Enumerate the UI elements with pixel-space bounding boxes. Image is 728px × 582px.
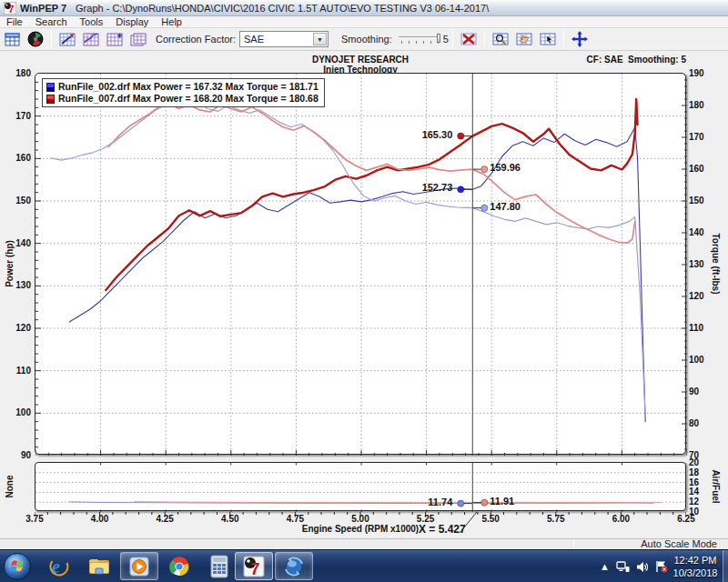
power-tick-label: 110 bbox=[7, 366, 31, 376]
clock-date: 10/3/2018 bbox=[670, 567, 721, 579]
af-tick-label: 20 bbox=[689, 457, 709, 467]
menu-bar: File Search Tools Display Help bbox=[0, 16, 728, 28]
graph-multi-icon[interactable] bbox=[127, 30, 149, 49]
af-tick-label: 12 bbox=[689, 497, 709, 507]
torque-tick-label: 170 bbox=[689, 132, 709, 142]
rpm-tick-label: 3.75 bbox=[21, 514, 48, 524]
legend-box: RunFile_002.drf Max Power = 167.32 Max T… bbox=[42, 78, 325, 107]
taskbar-explorer-icon[interactable] bbox=[80, 552, 118, 580]
tray-expand-icon[interactable]: ▲ bbox=[600, 562, 610, 572]
system-tray: ▲ bbox=[600, 550, 668, 582]
smoothing-value: 5 bbox=[443, 34, 449, 45]
zoom-graph-icon[interactable] bbox=[490, 30, 511, 49]
chevron-down-icon[interactable]: ▼ bbox=[313, 33, 327, 45]
cursor-value-label: 11.74 bbox=[399, 497, 452, 507]
legend-swatch-run002 bbox=[46, 83, 55, 92]
af-tick-label: 16 bbox=[689, 477, 709, 487]
correction-factor-label: Correction Factor: bbox=[156, 34, 236, 45]
legend-text-run002: RunFile_002.drf Max Power = 167.32 Max T… bbox=[58, 81, 318, 93]
taskbar-clock[interactable]: 12:42 PM 10/3/2018 bbox=[670, 554, 721, 579]
torque-tick-label: 190 bbox=[689, 68, 709, 78]
scale-mode-status: Auto Scale Mode bbox=[641, 538, 717, 549]
runlist-grid-icon[interactable] bbox=[1, 30, 23, 49]
power-tick-label: 170 bbox=[7, 111, 31, 121]
select-graph-icon[interactable] bbox=[537, 30, 559, 49]
torque-tick-label: 160 bbox=[689, 164, 709, 174]
toolbar-separator bbox=[484, 30, 485, 48]
action-center-flag-icon[interactable] bbox=[655, 560, 668, 573]
winpep-app-icon: 7 bbox=[4, 2, 16, 15]
legend-swatch-run007 bbox=[46, 95, 55, 104]
taskbar-winpep-icon[interactable]: 7 bbox=[235, 552, 273, 580]
title-bar: 7 WinPEP 7 Graph - C:\DynoRuns\HONDA\CIV… bbox=[0, 0, 728, 16]
torque-tick-label: 90 bbox=[689, 386, 709, 396]
af-left-axis-title: None bbox=[5, 476, 15, 498]
graph-overlay-icon[interactable] bbox=[80, 30, 102, 49]
clock-time: 12:42 PM bbox=[670, 554, 721, 567]
status-bar: Auto Scale Mode bbox=[0, 538, 728, 549]
power-tick-label: 160 bbox=[7, 153, 31, 163]
cursor-value-label: 165.30 bbox=[399, 129, 452, 140]
menu-help[interactable]: Help bbox=[155, 16, 188, 27]
svg-text:7: 7 bbox=[250, 559, 260, 578]
volume-icon[interactable] bbox=[636, 561, 649, 573]
toolbar-separator bbox=[563, 30, 564, 48]
power-tick-label: 120 bbox=[7, 323, 31, 333]
power-tick-label: 130 bbox=[7, 280, 31, 290]
power-tick-label: 180 bbox=[7, 68, 31, 78]
smoothing-label: Smoothing: bbox=[341, 34, 392, 45]
taskbar: e 7 ▲ 12:42 PM 10/3/2018 bbox=[0, 549, 728, 582]
toolbar-separator bbox=[51, 30, 52, 48]
rpm-tick-label: 6.00 bbox=[607, 514, 634, 524]
rpm-tick-label: 4.50 bbox=[217, 514, 244, 524]
cursor-value-label: 159.96 bbox=[490, 162, 542, 173]
main-plot[interactable] bbox=[35, 73, 686, 455]
af-tick-label: 14 bbox=[689, 487, 709, 497]
rpm-tick-label: 5.50 bbox=[477, 514, 504, 524]
air-fuel-plot[interactable] bbox=[35, 462, 686, 511]
cursor-value-label: 152.73 bbox=[399, 182, 452, 193]
menu-file[interactable]: File bbox=[0, 16, 29, 27]
graph-panel: DYNOJET RESEARCH Injen Technology CF: SA… bbox=[0, 51, 728, 538]
af-axis-title: Air/Fuel bbox=[711, 469, 721, 503]
menu-tools[interactable]: Tools bbox=[74, 16, 110, 27]
torque-tick-label: 140 bbox=[689, 227, 709, 237]
taskbar-ie-icon[interactable]: e bbox=[40, 552, 78, 580]
rpm-tick-label: 6.25 bbox=[672, 514, 700, 524]
taskbar-calculator-icon[interactable] bbox=[200, 552, 238, 580]
show-desktop-button[interactable] bbox=[723, 550, 728, 582]
menu-display[interactable]: Display bbox=[109, 16, 155, 27]
legend-row-run002: RunFile_002.drf Max Power = 167.32 Max T… bbox=[46, 81, 318, 93]
smoothing-slider-thumb[interactable] bbox=[437, 34, 440, 43]
toolbar-separator bbox=[452, 30, 453, 48]
menu-search[interactable]: Search bbox=[29, 16, 74, 27]
power-tick-label: 150 bbox=[7, 196, 31, 206]
graph-add-icon[interactable] bbox=[104, 30, 126, 49]
correction-factor-select[interactable]: SAE ▼ bbox=[239, 31, 329, 47]
torque-tick-label: 100 bbox=[689, 355, 709, 365]
torque-tick-label: 110 bbox=[689, 323, 709, 333]
svg-text:7: 7 bbox=[8, 4, 14, 15]
graph-new-icon[interactable] bbox=[56, 30, 78, 49]
torque-tick-label: 180 bbox=[689, 100, 709, 110]
close-graph-icon[interactable] bbox=[458, 30, 480, 49]
dyno-wheel-icon[interactable] bbox=[25, 30, 46, 49]
correction-factor-value: SAE bbox=[244, 34, 264, 45]
app-name: WinPEP 7 bbox=[20, 3, 66, 14]
pan-graph-icon[interactable] bbox=[513, 30, 535, 49]
taskbar-dyno-globe-icon[interactable] bbox=[275, 552, 313, 580]
smoothing-slider[interactable] bbox=[399, 33, 440, 45]
torque-tick-label: 130 bbox=[689, 259, 709, 269]
network-icon[interactable] bbox=[616, 561, 630, 573]
start-button[interactable] bbox=[4, 553, 31, 580]
taskbar-chrome-icon[interactable] bbox=[160, 552, 198, 580]
af-tick-label: 18 bbox=[689, 467, 709, 477]
move-axes-icon[interactable] bbox=[569, 30, 591, 49]
rpm-tick-label: 4.25 bbox=[151, 514, 178, 524]
window-title: Graph - C:\DynoRuns\HONDA\CIVIC\2016 CIV… bbox=[76, 3, 489, 14]
svg-text:e: e bbox=[52, 557, 60, 577]
status-bar-divider bbox=[573, 540, 574, 549]
windows-flag-icon bbox=[10, 559, 25, 574]
taskbar-media-player-icon[interactable] bbox=[120, 552, 158, 580]
x-axis-title: Engine Speed (RPM x1000) bbox=[178, 524, 542, 534]
